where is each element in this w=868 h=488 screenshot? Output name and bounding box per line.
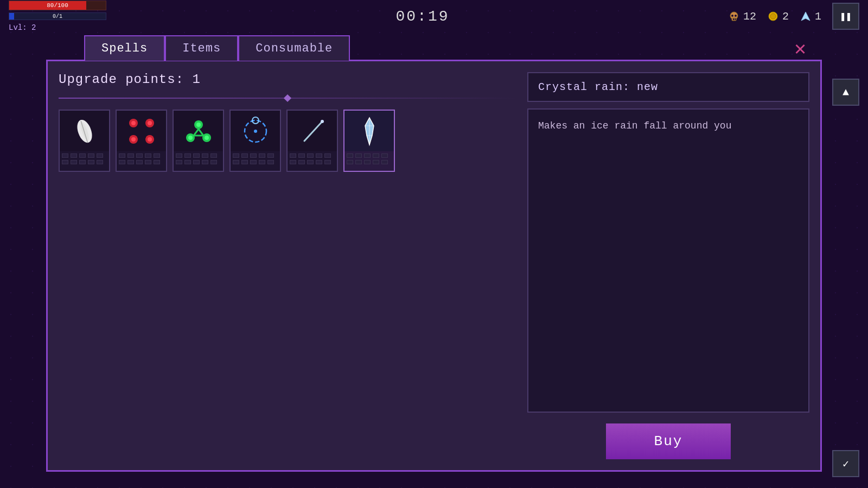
spell-title: Crystal rain: new xyxy=(527,72,809,102)
chevron-down-icon: ✓ xyxy=(843,457,849,471)
skull-count: 12 xyxy=(743,10,756,23)
svg-point-23 xyxy=(196,123,201,127)
coin-count: 2 xyxy=(782,10,789,23)
dialog-content: Upgrade points: 1 xyxy=(48,61,820,470)
tab-consumable[interactable]: Consumable xyxy=(238,35,350,61)
spell-icon-crystal xyxy=(344,111,394,151)
spell-card-cross[interactable] xyxy=(116,110,167,172)
hud-right: 12 2 1 ❚❚ xyxy=(728,3,859,30)
arrow-stat: 1 xyxy=(800,10,821,23)
svg-point-16 xyxy=(131,121,136,125)
upgrade-points-label: Upgrade points: 1 xyxy=(59,72,516,87)
spell-card-needle[interactable] xyxy=(286,110,338,172)
hud-center: 00:19 xyxy=(117,8,728,25)
svg-point-17 xyxy=(148,121,152,125)
spell-icon-recycle xyxy=(174,111,223,151)
spell-icon-orbit xyxy=(231,111,280,151)
skull-icon xyxy=(728,10,740,22)
pause-icon: ❚❚ xyxy=(840,10,852,22)
skull-stat: 12 xyxy=(728,10,756,23)
svg-line-29 xyxy=(304,121,322,141)
health-bar: 80/100 xyxy=(9,1,106,10)
spell-card-orbit[interactable] xyxy=(229,110,281,172)
chevron-up-icon: ▲ xyxy=(843,86,849,99)
close-button[interactable]: ✕ xyxy=(787,35,814,62)
spell-card-feather[interactable] xyxy=(59,110,110,172)
spell-stars-cross xyxy=(117,151,166,168)
svg-point-2 xyxy=(731,15,733,17)
level-text: Lvl: 2 xyxy=(9,23,117,32)
mana-text: 0/1 xyxy=(9,13,106,20)
svg-point-18 xyxy=(131,137,136,142)
timer-display: 00:19 xyxy=(395,8,449,25)
close-icon: ✕ xyxy=(794,37,806,61)
svg-rect-4 xyxy=(733,18,734,20)
svg-point-25 xyxy=(205,136,209,140)
spell-icon-feather xyxy=(60,111,109,151)
right-panel: Crystal rain: new Makes an ice rain fall… xyxy=(527,72,809,459)
divider xyxy=(59,98,516,99)
tab-bar: Spells Items Consumable xyxy=(73,35,361,61)
spell-stars-crystal xyxy=(344,151,394,168)
coin-icon xyxy=(767,10,779,22)
hud-left: 80/100 0/1 Lvl: 2 xyxy=(9,1,117,32)
spell-card-recycle[interactable] xyxy=(173,110,224,172)
svg-point-7 xyxy=(770,14,776,19)
main-dialog: Upgrade points: 1 xyxy=(46,60,822,472)
divider-diamond xyxy=(284,94,291,102)
scroll-up-button[interactable]: ▲ xyxy=(832,79,859,106)
scroll-down-button[interactable]: ✓ xyxy=(832,450,859,477)
svg-point-28 xyxy=(254,130,257,133)
spell-description: Makes an ice rain fall around you xyxy=(527,108,809,413)
health-text: 80/100 xyxy=(9,1,106,10)
svg-rect-5 xyxy=(735,18,736,20)
pause-button[interactable]: ❚❚ xyxy=(832,3,859,30)
spell-icon-cross xyxy=(117,111,166,151)
spell-stars-orbit xyxy=(231,151,280,168)
spell-stars-feather xyxy=(60,151,109,168)
left-panel: Upgrade points: 1 xyxy=(59,72,516,459)
spell-stars-recycle xyxy=(174,151,223,168)
svg-point-30 xyxy=(321,120,324,123)
tab-items[interactable]: Items xyxy=(165,35,238,61)
arrow-count: 1 xyxy=(815,10,821,23)
spell-stars-needle xyxy=(288,151,337,168)
spells-grid xyxy=(59,110,516,172)
svg-point-19 xyxy=(148,137,152,142)
buy-button[interactable]: Buy xyxy=(606,423,731,459)
spell-card-crystal[interactable] xyxy=(343,110,395,172)
svg-point-3 xyxy=(735,15,737,17)
hud-bar: 80/100 0/1 Lvl: 2 00:19 12 xyxy=(0,0,868,33)
mana-bar: 0/1 xyxy=(9,12,106,20)
arrow-up-icon xyxy=(800,10,812,22)
tab-spells[interactable]: Spells xyxy=(84,35,165,61)
svg-point-24 xyxy=(188,136,193,140)
svg-marker-8 xyxy=(801,12,810,21)
coin-stat: 2 xyxy=(767,10,789,23)
spell-icon-needle xyxy=(288,111,337,151)
